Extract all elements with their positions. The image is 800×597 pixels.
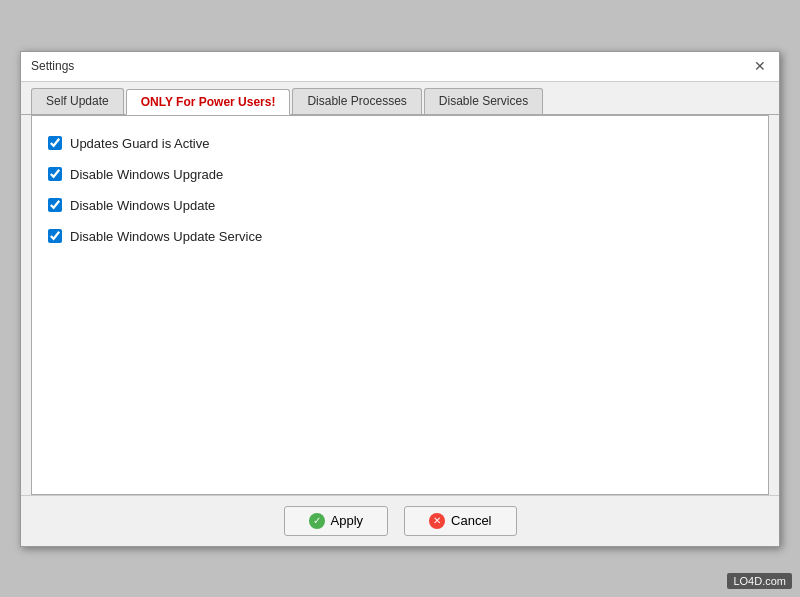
tab-disable-services[interactable]: Disable Services (424, 88, 543, 114)
tab-bar: Self Update ONLY For Power Users! Disabl… (21, 82, 779, 115)
tab-self-update[interactable]: Self Update (31, 88, 124, 114)
checkbox-row-disable-windows-upgrade: Disable Windows Upgrade (48, 167, 752, 182)
footer: ✓ Apply ✕ Cancel (21, 495, 779, 546)
apply-button[interactable]: ✓ Apply (284, 506, 389, 536)
apply-icon: ✓ (309, 513, 325, 529)
cancel-label: Cancel (451, 513, 491, 528)
checkbox-disable-windows-upgrade[interactable] (48, 167, 62, 181)
checkbox-label-disable-windows-update[interactable]: Disable Windows Update (70, 198, 215, 213)
close-button[interactable]: ✕ (751, 57, 769, 75)
cancel-button[interactable]: ✕ Cancel (404, 506, 516, 536)
title-bar: Settings ✕ (21, 52, 779, 82)
settings-window: Settings ✕ Self Update ONLY For Power Us… (20, 51, 780, 547)
checkbox-label-updates-guard[interactable]: Updates Guard is Active (70, 136, 209, 151)
tab-disable-processes[interactable]: Disable Processes (292, 88, 421, 114)
apply-label: Apply (331, 513, 364, 528)
window-title: Settings (31, 59, 74, 73)
checkbox-row-disable-windows-update-service: Disable Windows Update Service (48, 229, 752, 244)
checkbox-row-updates-guard: Updates Guard is Active (48, 136, 752, 151)
checkbox-disable-windows-update-service[interactable] (48, 229, 62, 243)
checkbox-label-disable-windows-update-service[interactable]: Disable Windows Update Service (70, 229, 262, 244)
content-area: Updates Guard is Active Disable Windows … (31, 115, 769, 495)
checkbox-label-disable-windows-upgrade[interactable]: Disable Windows Upgrade (70, 167, 223, 182)
tab-power-users[interactable]: ONLY For Power Users! (126, 89, 291, 115)
checkbox-updates-guard[interactable] (48, 136, 62, 150)
checkbox-disable-windows-update[interactable] (48, 198, 62, 212)
watermark: LO4D.com (727, 573, 792, 589)
cancel-icon: ✕ (429, 513, 445, 529)
checkbox-row-disable-windows-update: Disable Windows Update (48, 198, 752, 213)
